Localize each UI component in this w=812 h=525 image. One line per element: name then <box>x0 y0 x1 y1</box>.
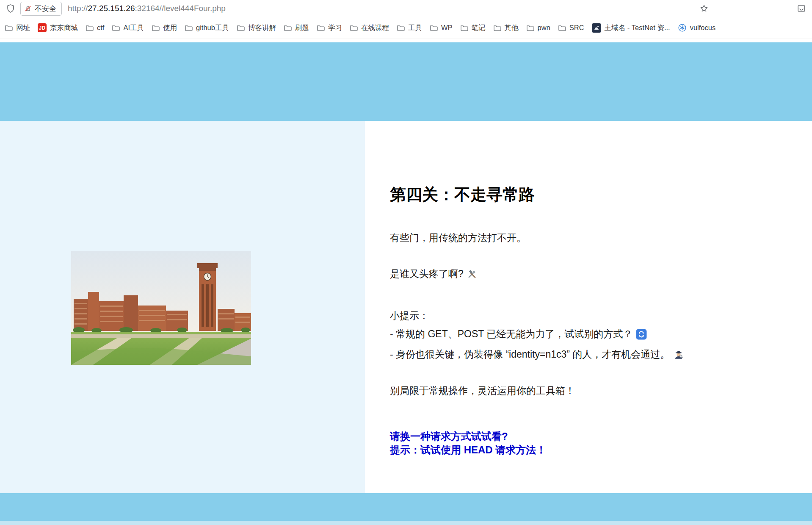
bookmark-label: SRC <box>569 24 584 32</box>
page-footer-strip <box>0 521 812 525</box>
url-host: 27.25.151.26 <box>88 4 135 13</box>
bookmark-label: WP <box>441 24 453 32</box>
folder-icon <box>460 25 468 31</box>
folder-icon <box>430 25 438 31</box>
jd-icon: JD <box>38 23 47 32</box>
bookmark-item-wp[interactable]: WP <box>426 21 456 34</box>
folder-icon <box>284 25 292 31</box>
browser-window: 不安全 http://27.25.151.26:32164//level444F… <box>0 0 812 525</box>
response-line-2: 提示：试试使用 HEAD 请求方法！ <box>390 443 795 457</box>
url-text[interactable]: http://27.25.151.26:32164//level444Four.… <box>68 4 226 13</box>
bookmark-label: 笔记 <box>472 23 486 33</box>
bookmark-item-ai-tools[interactable]: AI工具 <box>108 21 148 35</box>
bookmark-item-other[interactable]: 其他 <box>489 21 522 35</box>
url-path: :32164//level444Four.php <box>135 4 225 13</box>
bookmark-label: 网址 <box>16 23 30 33</box>
browser-tray-icon[interactable] <box>795 2 808 15</box>
folder-icon <box>350 25 358 31</box>
bookmark-label: ctf <box>97 24 104 32</box>
challenge-tease: 是谁又头疼了啊? <box>390 268 795 283</box>
folder-icon <box>185 25 193 31</box>
address-bar[interactable]: 不安全 http://27.25.151.26:32164//level444F… <box>0 0 812 17</box>
folder-icon <box>526 25 534 31</box>
bookmark-item-github-tools[interactable]: github工具 <box>181 21 233 35</box>
bookmark-label: 主域名 - TestNet 资... <box>605 23 670 33</box>
bookmark-item-notes[interactable]: 笔记 <box>456 21 489 35</box>
bookmark-label: 刷题 <box>295 23 309 33</box>
vulfocus-icon <box>678 23 687 32</box>
bookmark-label: 京东商城 <box>50 23 78 33</box>
bookmark-item-pwn[interactable]: pwn <box>522 21 554 34</box>
insecure-lock-icon <box>24 5 32 12</box>
hints-label: 小提示： <box>390 307 795 325</box>
challenge-intro: 有些门，用传统的方法打不开。 <box>390 232 795 244</box>
bookmark-star-icon[interactable] <box>698 2 710 15</box>
hint-identity: - 身份也很关键，伪装得像 “identity=n1c3” 的人，才有机会通过。 <box>390 345 795 366</box>
bookmark-item-testnet[interactable]: 主域名 - TestNet 资... <box>588 21 674 35</box>
bookmark-label: AI工具 <box>123 23 144 33</box>
folder-icon <box>237 25 245 31</box>
response-line-1: 请换一种请求方式试试看? <box>390 430 795 443</box>
detective-icon <box>673 348 684 366</box>
page-footer-band <box>0 493 812 521</box>
url-scheme: http:// <box>68 4 88 13</box>
bookmark-label: pwn <box>538 24 550 32</box>
bookmark-item-tools[interactable]: 工具 <box>393 21 426 35</box>
hint-method: - 常规的 GET、POST 已经无能为力了，试试别的方式？ <box>390 325 795 346</box>
folder-icon <box>493 25 501 31</box>
campus-photo <box>71 251 251 365</box>
bookmark-item-jd[interactable]: JD 京东商城 <box>34 21 82 35</box>
folder-icon <box>5 25 13 31</box>
bookmark-label: 工具 <box>408 23 422 33</box>
not-secure-label: 不安全 <box>35 4 56 14</box>
bookmark-item-src[interactable]: SRC <box>554 21 588 34</box>
shield-extension-icon[interactable] <box>4 2 17 15</box>
bookmark-item-blog-guides[interactable]: 博客讲解 <box>233 21 280 35</box>
bookmark-item-ctf[interactable]: ctf <box>82 21 108 34</box>
hammer-wrench-icon <box>467 269 477 283</box>
folder-icon <box>397 25 405 31</box>
not-secure-chip[interactable]: 不安全 <box>20 2 62 16</box>
folder-icon <box>152 25 160 31</box>
refresh-arrows-icon <box>636 328 647 346</box>
bookmark-item-urls[interactable]: 网址 <box>1 21 34 35</box>
challenge-content: 第四关：不走寻常路 有些门，用传统的方法打不开。 是谁又头疼了啊? 小提示： -… <box>365 121 812 493</box>
hints-block: 小提示： - 常规的 GET、POST 已经无能为力了，试试别的方式？ - 身份… <box>390 307 795 366</box>
bookmark-label: 其他 <box>505 23 519 33</box>
bookmarks-bar: 网址 JD 京东商城 ctf AI工具 使用 github工具 博客讲解 刷题 <box>0 17 812 39</box>
folder-icon <box>317 25 325 31</box>
page-main: 第四关：不走寻常路 有些门，用传统的方法打不开。 是谁又头疼了啊? 小提示： -… <box>0 121 812 493</box>
left-panel <box>0 121 365 493</box>
bookmark-item-study[interactable]: 学习 <box>313 21 346 35</box>
folder-icon <box>86 25 94 31</box>
bookmark-label: github工具 <box>196 23 229 33</box>
bookmark-label: 在线课程 <box>361 23 389 33</box>
challenge-response: 请换一种请求方式试试看? 提示：试试使用 HEAD 请求方法！ <box>390 430 795 457</box>
bookmark-item-practice[interactable]: 刷题 <box>280 21 313 35</box>
page-header-band <box>0 42 812 121</box>
testnet-icon <box>592 23 601 33</box>
bookmark-item-vulfocus[interactable]: vulfocus <box>674 21 720 35</box>
folder-icon <box>112 25 120 31</box>
bookmark-item-usage[interactable]: 使用 <box>148 21 181 35</box>
challenge-outro: 别局限于常规操作，灵活运用你的工具箱！ <box>390 385 795 397</box>
folder-icon <box>558 25 566 31</box>
bookmark-label: 使用 <box>163 23 177 33</box>
bookmark-label: vulfocus <box>690 24 716 32</box>
challenge-title: 第四关：不走寻常路 <box>390 185 795 205</box>
bookmark-label: 学习 <box>328 23 342 33</box>
bookmark-label: 博客讲解 <box>248 23 276 33</box>
bookmark-item-online-courses[interactable]: 在线课程 <box>346 21 393 35</box>
